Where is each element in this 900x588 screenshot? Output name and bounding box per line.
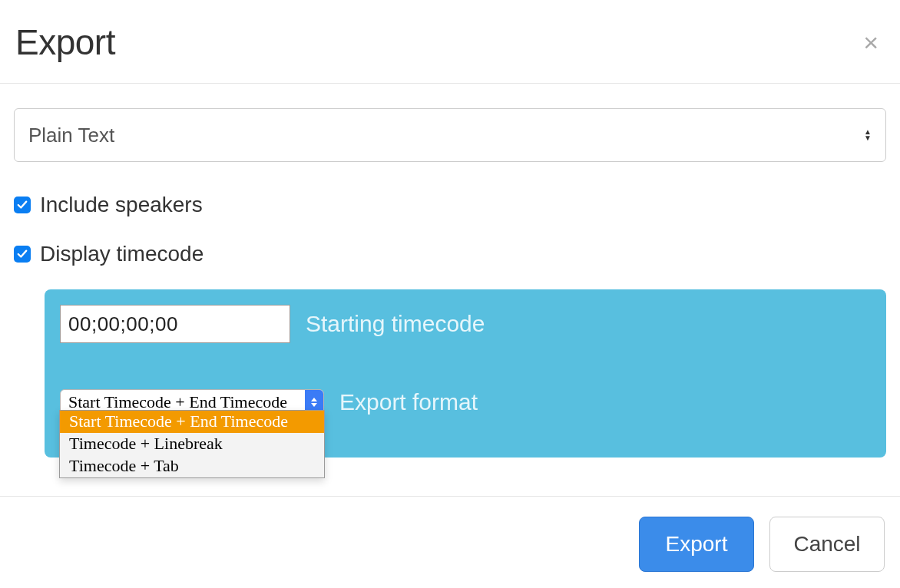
timecode-panel: Starting timecode Start Timecode + End T… (45, 289, 886, 458)
display-timecode-row: Display timecode (14, 242, 886, 266)
modal-title: Export (15, 21, 115, 63)
file-format-value: Plain Text (28, 124, 114, 147)
file-format-select[interactable]: Plain Text ▲▼ (14, 108, 886, 162)
starting-timecode-row: Starting timecode (60, 305, 871, 343)
modal-body: Plain Text ▲▼ Include speakers Display t… (0, 84, 900, 473)
include-speakers-row: Include speakers (14, 193, 886, 217)
check-icon (17, 200, 28, 210)
select-arrows-icon: ▲▼ (864, 129, 872, 141)
modal-header: Export × (0, 0, 900, 84)
display-timecode-checkbox[interactable] (14, 246, 31, 263)
starting-timecode-input[interactable] (60, 305, 290, 343)
export-format-option[interactable]: Start Timecode + End Timecode (60, 411, 324, 433)
display-timecode-label: Display timecode (40, 242, 203, 266)
export-format-option[interactable]: Timecode + Tab (60, 455, 324, 477)
cancel-button[interactable]: Cancel (769, 517, 885, 572)
export-format-option[interactable]: Timecode + Linebreak (60, 433, 324, 455)
export-button[interactable]: Export (639, 517, 754, 572)
starting-timecode-label: Starting timecode (306, 311, 485, 337)
check-icon (17, 249, 28, 259)
export-format-dropdown: Start Timecode + End Timecode Timecode +… (59, 410, 325, 478)
export-modal: Export × Plain Text ▲▼ Include speakers (0, 0, 900, 588)
close-icon[interactable]: × (857, 26, 885, 58)
include-speakers-checkbox[interactable] (14, 197, 31, 213)
include-speakers-label: Include speakers (40, 193, 203, 217)
export-format-label: Export format (339, 389, 478, 415)
modal-footer: Export Cancel (0, 496, 900, 572)
